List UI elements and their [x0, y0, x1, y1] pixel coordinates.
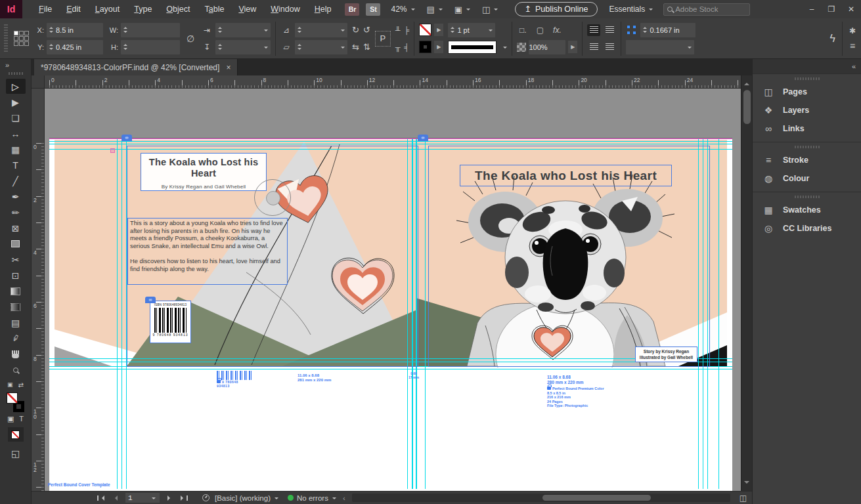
opacity-field[interactable]: 100%: [529, 40, 565, 54]
vertical-guide[interactable]: [121, 138, 122, 489]
panel-item-swatches[interactable]: ▦Swatches: [753, 201, 861, 219]
constrain-dimensions-icon[interactable]: ∅: [185, 33, 196, 44]
corner-options-icon[interactable]: □.: [517, 26, 529, 35]
panel-item-stroke[interactable]: ≡Stroke: [753, 151, 861, 169]
spinner[interactable]: [47, 26, 56, 33]
horizontal-scrollbar[interactable]: [352, 494, 730, 502]
text-wrap-bounding-button[interactable]: [603, 24, 616, 36]
scroll-down-icon[interactable]: [744, 481, 749, 486]
wrap-offset-field[interactable]: 0.1667 in: [640, 23, 695, 37]
apply-none-button[interactable]: [8, 427, 24, 442]
stroke-weight-field[interactable]: 1 pt: [448, 23, 495, 37]
panel-item-cc-libraries[interactable]: ◎CC Libraries: [753, 219, 861, 238]
rectangle-frame-tool[interactable]: ⊠: [6, 220, 26, 236]
text-wrap-none-button[interactable]: [587, 24, 600, 36]
horizontal-guide[interactable]: [49, 144, 732, 144]
x-position-field[interactable]: 8.5 in: [47, 23, 103, 37]
panel-group-grip[interactable]: [795, 146, 820, 148]
gradient-swatch-tool[interactable]: [6, 284, 26, 299]
effects-icon[interactable]: fx.: [551, 26, 563, 35]
select-content-button[interactable]: ╥: [395, 43, 401, 51]
document-canvas[interactable]: ∞ ∞ The Koala who Lost his Heart By Kris…: [45, 89, 741, 491]
back-cover-blurb-frame[interactable]: This is a story about a young Koala who …: [127, 218, 288, 285]
rotate-cw-button[interactable]: ↻: [352, 25, 359, 35]
menu-object[interactable]: Object: [159, 5, 197, 14]
vertical-ruler[interactable]: 024681012: [32, 89, 45, 491]
zoom-level-dropdown[interactable]: 42%: [391, 5, 414, 14]
panel-item-colour[interactable]: ◍Colour: [753, 169, 861, 188]
spinner[interactable]: [47, 43, 56, 51]
menu-window[interactable]: Window: [263, 5, 307, 14]
mini-swatch-icon[interactable]: ▣: [7, 381, 13, 388]
fill-color-none-swatch[interactable]: [7, 392, 18, 404]
stock-button[interactable]: St: [366, 3, 380, 16]
collapse-dock-icon[interactable]: «: [852, 62, 856, 70]
content-collector-tool[interactable]: ▦: [6, 142, 26, 157]
spinner[interactable]: [121, 43, 130, 51]
arrange-documents-menu[interactable]: ◫: [482, 5, 498, 14]
restore-button[interactable]: ❐: [822, 0, 841, 18]
wrap-options-dropdown[interactable]: [626, 40, 694, 54]
scale-x-field[interactable]: [215, 23, 271, 37]
preflight-status[interactable]: No errors: [297, 494, 328, 502]
stroke-menu-button[interactable]: ▶: [434, 41, 443, 53]
fill-menu-button[interactable]: ▶: [434, 24, 443, 36]
linked-image-badge[interactable]: ∞: [145, 297, 156, 303]
front-cover-title-frame[interactable]: The Koala who Lost his Heart: [460, 165, 672, 186]
publish-online-button[interactable]: ↥Publish Online: [515, 2, 597, 16]
back-cover-title-frame[interactable]: The Koala who Lost his Heart By Krissy R…: [141, 153, 267, 191]
vertical-guide[interactable]: [718, 138, 719, 489]
stroke-style-dropdown[interactable]: [448, 41, 497, 54]
bridge-button[interactable]: Br: [345, 3, 359, 16]
menu-view[interactable]: View: [231, 5, 263, 14]
workspace-switcher[interactable]: Essentials: [609, 5, 653, 14]
vertical-scrollbar[interactable]: [741, 75, 752, 491]
screen-mode-menu[interactable]: ▣: [454, 5, 470, 14]
document-tab[interactable]: *9780648934813-ColorPF.indd @ 42% [Conve…: [34, 59, 238, 75]
circle-motif[interactable]: [254, 179, 291, 216]
text-wrap-jump-button[interactable]: [603, 41, 616, 53]
barcode-frame[interactable]: ISBN 9780648934813 9 780648 934813: [150, 301, 191, 343]
pen-tool[interactable]: ✒: [6, 189, 26, 204]
page-tool[interactable]: ❏: [6, 110, 26, 125]
ruler-origin-corner[interactable]: [32, 75, 45, 89]
menu-type[interactable]: Type: [127, 5, 159, 14]
panel-group-grip[interactable]: [795, 196, 820, 198]
pencil-tool[interactable]: ✏: [6, 205, 26, 220]
flip-horizontal-button[interactable]: ⇆: [352, 42, 359, 52]
gpu-performance-icon[interactable]: ϟ: [829, 33, 835, 45]
horizontal-guide[interactable]: [49, 369, 732, 369]
first-page-button[interactable]: [97, 495, 104, 501]
text-wrap-object-button[interactable]: [587, 41, 600, 53]
vertical-guide[interactable]: [425, 138, 426, 489]
fill-swatch[interactable]: [419, 24, 431, 36]
scroll-up-icon[interactable]: [744, 80, 749, 85]
menu-layout[interactable]: Layout: [88, 5, 127, 14]
zoom-tool[interactable]: [6, 362, 26, 377]
scale-y-field[interactable]: [215, 40, 271, 54]
view-options-menu[interactable]: ▤: [427, 5, 443, 14]
control-panel-gear-icon[interactable]: ✱: [849, 26, 856, 35]
scroll-left-icon[interactable]: ‹: [343, 494, 345, 502]
front-cover-credits-frame[interactable]: Story by Krissy Regan Illustrated by Gai…: [635, 346, 697, 362]
control-panel-menu-icon[interactable]: ≡: [850, 41, 855, 51]
close-button[interactable]: ✕: [841, 0, 861, 18]
linked-image-badge[interactable]: ∞: [418, 135, 428, 141]
search-input[interactable]: [675, 5, 741, 13]
horizontal-guide[interactable]: [49, 141, 732, 142]
dock-grip[interactable]: [9, 72, 23, 75]
dock-header[interactable]: «: [753, 59, 861, 74]
reference-point-proxy[interactable]: [14, 31, 29, 46]
menu-help[interactable]: Help: [307, 5, 339, 14]
formatting-affects-container-icon[interactable]: ▣: [7, 415, 14, 423]
rectangle-tool[interactable]: [6, 236, 26, 251]
screen-mode-button[interactable]: ◱: [6, 446, 26, 461]
spinner[interactable]: [121, 26, 130, 33]
panel-item-layers[interactable]: ❖Layers: [753, 101, 861, 119]
panel-group-grip[interactable]: [795, 77, 820, 80]
menu-file[interactable]: File: [32, 5, 59, 14]
select-container-button[interactable]: ╨: [395, 26, 401, 34]
tab-close-icon[interactable]: ×: [226, 63, 231, 72]
selection-tool[interactable]: ▷: [6, 79, 26, 94]
opacity-menu-button[interactable]: ▶: [568, 41, 577, 53]
